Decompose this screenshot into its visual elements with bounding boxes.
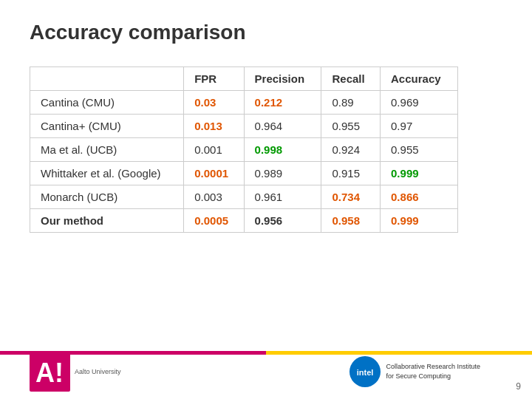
cell-precision: 0.998 [244,138,321,162]
table-row: Monarch (UCB)0.0030.9610.7340.866 [30,185,458,209]
col-header-recall: Recall [321,67,381,91]
cell-accuracy: 0.955 [381,138,458,162]
cell-precision: 0.212 [244,91,321,115]
svg-text:intel: intel [357,368,374,377]
col-header-precision: Precision [244,67,321,91]
cell-accuracy: 0.999 [381,209,458,233]
svg-text:A!: A! [35,358,64,388]
page-number: 9 [516,381,521,392]
cell-recall: 0.915 [321,162,381,185]
cell-fpr: 0.013 [184,115,244,138]
cell-precision: 0.964 [244,115,321,138]
col-header-method [30,67,184,91]
cell-method: Our method [30,209,184,233]
cell-accuracy: 0.97 [381,115,458,138]
aalto-text: Aalto University [75,368,121,375]
footer: A! Aalto University intel Collaborative … [0,351,510,392]
cell-method: Ma et al. (UCB) [30,138,184,162]
cell-accuracy: 0.969 [381,91,458,115]
cell-fpr: 0.03 [184,91,244,115]
cell-recall: 0.924 [321,138,381,162]
cell-method: Cantina (CMU) [30,91,184,115]
cell-fpr: 0.001 [184,138,244,162]
cell-accuracy: 0.999 [381,162,458,185]
cell-fpr: 0.0001 [184,162,244,185]
col-header-fpr: FPR [184,67,244,91]
cell-method: Monarch (UCB) [30,185,184,209]
cell-precision: 0.956 [244,209,321,233]
table-row: Ma et al. (UCB)0.0010.9980.9240.955 [30,138,458,162]
cell-fpr: 0.003 [184,185,244,209]
col-header-accuracy: Accuracy [381,67,458,91]
cell-recall: 0.734 [321,185,381,209]
table-row: Cantina+ (CMU)0.0130.9640.9550.97 [30,115,458,138]
intel-logo-area: intel Collaborative Research Institute f… [349,355,480,388]
comparison-table: FPR Precision Recall Accuracy Cantina (C… [30,66,458,233]
cell-precision: 0.989 [244,162,321,185]
cell-fpr: 0.0005 [184,209,244,233]
cell-method: Whittaker et al. (Google) [30,162,184,185]
cell-accuracy: 0.866 [381,185,458,209]
intel-line2: for Secure Computing [386,372,480,381]
intel-logo-icon: intel [349,355,381,388]
cell-method: Cantina+ (CMU) [30,115,184,138]
aalto-logo: A! Aalto University [30,351,121,392]
cell-recall: 0.958 [321,209,381,233]
table-row: Cantina (CMU)0.030.2120.890.969 [30,91,458,115]
cell-precision: 0.961 [244,185,321,209]
page-title: Accuracy comparison [0,0,532,59]
cell-recall: 0.89 [321,91,381,115]
table-row: Whittaker et al. (Google)0.00010.9890.91… [30,162,458,185]
comparison-table-container: FPR Precision Recall Accuracy Cantina (C… [0,59,532,233]
cell-recall: 0.955 [321,115,381,138]
intel-text: Collaborative Research Institute for Sec… [386,362,480,381]
aalto-logo-svg: A! [30,351,70,392]
table-row: Our method0.00050.9560.9580.999 [30,209,458,233]
intel-line1: Collaborative Research Institute [386,362,480,372]
